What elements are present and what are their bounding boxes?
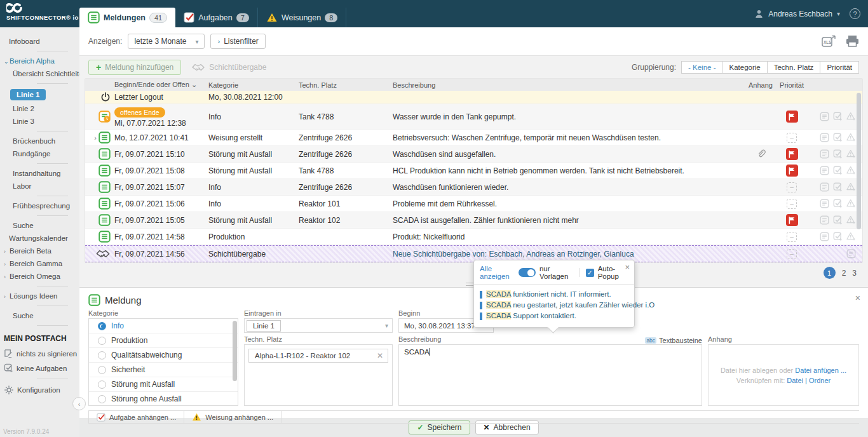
beschreibung-textarea[interactable]: SCADA (398, 344, 702, 406)
sidebar-item-label: keine Aufgaben (17, 365, 67, 372)
sidebar-item-bersicht-schichtleiter[interactable]: Übersicht Schichtleiter (0, 67, 79, 80)
drop-text: Datei hier ablegen (721, 366, 777, 374)
table-row[interactable]: Fr, 09.07.2021 15:06InfoReaktor 101Probl… (85, 196, 862, 212)
priority-flag-icon[interactable] (786, 214, 798, 226)
schichtuebergabe-button[interactable]: Schichtübergabe (191, 63, 266, 72)
group-by-techn-platz[interactable]: Techn. Platz (768, 61, 821, 74)
priority-flag-icon[interactable] (786, 148, 798, 160)
kategorie-option-sicherheit[interactable]: Sicherheit (89, 363, 238, 377)
row-icon-cell (85, 214, 114, 226)
note-icon (820, 112, 829, 121)
techn-platz-field[interactable]: Alpha-L1-R102 - Reaktor 102 ✕ (248, 349, 388, 363)
tab-weisungen[interactable]: Weisungen8 (258, 8, 346, 27)
table-row[interactable]: ›Mo, 12.07.2021 10:41Weisung erstelltZen… (85, 130, 862, 146)
list-icon (98, 181, 111, 193)
sidebar-group-bereich-alpha[interactable]: ⌄Bereich Alpha (0, 55, 79, 67)
tab-aufgaben[interactable]: Aufgaben7 (175, 8, 258, 27)
user-name[interactable]: Andreas Eschbach (768, 10, 832, 18)
sidebar-collapse-button[interactable]: ‹ (72, 397, 86, 410)
sidebar-item-keine-aufgaben[interactable]: keine Aufgaben (0, 361, 79, 375)
group-by-keine[interactable]: - Keine - (681, 61, 722, 74)
table-row[interactable]: Fr, 09.07.2021 14:58ProduktionProdukt: N… (85, 229, 862, 245)
print-icon[interactable] (846, 36, 859, 47)
table-row[interactable]: Fr, 09.07.2021 15:05Störung mit AusfallR… (85, 212, 862, 229)
sidebar-item-infoboard[interactable]: Infoboard (0, 35, 79, 48)
aufgabe-anhaengen-button[interactable]: Aufgabe anhängen ... (88, 411, 184, 423)
alle-anzeigen-label[interactable]: Alle anzeigen (480, 265, 515, 280)
sidebar-divider (37, 306, 68, 306)
priority-none-icon[interactable]: – (787, 199, 797, 209)
kategorie-scrollbar[interactable] (233, 321, 237, 381)
kategorie-option-info[interactable]: Info (89, 319, 238, 333)
anhang-dropzone[interactable]: Datei hier ablegen oder Datei anfügen ..… (708, 344, 859, 406)
textbausteine-button[interactable]: abc Textbausteine (645, 337, 702, 344)
add-meldung-button[interactable]: + Meldung hinzufügen (88, 60, 181, 75)
form-close-icon[interactable]: × (855, 293, 860, 303)
sidebar-group-l-sungs-ideen[interactable]: ›Lösungs Ideen (0, 290, 79, 302)
priority-flag-icon[interactable] (786, 165, 798, 177)
priority-none-icon[interactable]: – (787, 133, 797, 143)
attach-options-row: Aufgabe anhängen ... Weisung anhängen ..… (88, 410, 859, 424)
kategorie-option-qualit-tsabweichung[interactable]: Qualitätsabweichung (89, 348, 238, 363)
priority-none-icon[interactable]: – (787, 232, 797, 242)
sidebar-item-wartungskalender[interactable]: Wartungskalender (0, 232, 79, 245)
help-icon[interactable]: ? (850, 8, 860, 19)
sidebar-item-linie-3[interactable]: Linie 3 (0, 115, 79, 128)
popup-close-icon[interactable]: × (625, 262, 630, 272)
suggestion-item[interactable]: SCADA Support kontaktiert. (480, 311, 628, 321)
sign-icon (4, 349, 13, 358)
group-by-priorit-t[interactable]: Priorität (820, 61, 859, 74)
sidebar-group-label: Lösungs Ideen (10, 292, 57, 300)
expand-row-icon[interactable]: › (94, 134, 97, 142)
kategorie-option-st-rung-ohne-ausfall[interactable]: Störung ohne Ausfall (89, 392, 238, 406)
table-row[interactable]: Fr, 09.07.2021 15:07InfoZentrifuge 2626W… (85, 179, 862, 196)
verknuepfen-ordner-link[interactable]: Ordner (809, 377, 831, 384)
priority-none-icon[interactable]: – (787, 249, 797, 259)
table-row[interactable]: Fr, 09.07.2021 15:10Störung mit AusfallZ… (85, 146, 862, 163)
vorlagen-toggle[interactable] (519, 268, 536, 277)
tab-label: Weisungen (281, 13, 321, 22)
sidebar-item-fr-hbesprechung[interactable]: Frühbesprechung (0, 199, 79, 212)
tab-meldungen[interactable]: Meldungen41 (79, 8, 175, 27)
priority-none-icon[interactable]: – (787, 182, 797, 192)
sidebar-group-bereich-omega[interactable]: ›Bereich Omega (0, 270, 79, 283)
sidebar-item-rundg-nge[interactable]: Rundgänge (0, 147, 79, 160)
priority-flag-icon[interactable] (786, 111, 798, 123)
table-row[interactable]: offenes EndeMi, 07.07.2021 12:38InfoTank… (85, 104, 862, 130)
row-actions (809, 215, 862, 225)
suggestion-item[interactable]: SCADA funktioniert nicht. IT informiert. (480, 289, 628, 300)
page-3[interactable]: 3 (852, 269, 857, 278)
page-1[interactable]: 1 (824, 267, 836, 279)
group-by-kategorie[interactable]: Kategorie (722, 61, 767, 74)
sidebar-item-suche[interactable]: Suche (0, 219, 79, 232)
sidebar-item-instandhaltung[interactable]: Instandhaltung (0, 167, 79, 180)
xls-export-icon[interactable]: XLS (822, 35, 837, 48)
user-menu-chevron-icon[interactable]: ▾ (837, 10, 840, 17)
sidebar-item-labor[interactable]: Labor (0, 180, 79, 192)
sidebar-item-linie-2[interactable]: Linie 2 (0, 102, 79, 115)
kategorie-option-st-rung-mit-ausfall[interactable]: Störung mit Ausfall (89, 377, 238, 392)
sidebar-item-konfiguration[interactable]: Konfiguration (0, 382, 79, 398)
eintragen-in-combobox[interactable]: Linie 1 ▾ (244, 318, 393, 333)
page-2[interactable]: 2 (842, 269, 846, 278)
clear-icon[interactable]: ✕ (377, 351, 383, 360)
sidebar-item-nichts-zu-signieren[interactable]: nichts zu signieren (0, 346, 79, 361)
zeitraum-select[interactable]: letzte 3 Monate ▾ (128, 34, 205, 49)
table-row[interactable]: Fr, 09.07.2021 15:08Störung mit AusfallT… (85, 163, 862, 179)
sidebar-item-suche[interactable]: Suche (0, 309, 79, 322)
sidebar-group-bereich-beta[interactable]: ›Bereich Beta (0, 245, 79, 257)
eintragen-in-value[interactable]: Linie 1 (247, 320, 281, 332)
kategorie-option-produktion[interactable]: Produktion (89, 333, 238, 348)
sidebar-group-bereich-gamma[interactable]: ›Bereich Gamma (0, 257, 79, 270)
datei-anfuegen-link[interactable]: Datei anfügen ... (795, 366, 846, 374)
sidebar-item-linie-1[interactable]: Linie 1 (10, 89, 46, 100)
table-scrollbar[interactable] (857, 93, 861, 229)
sidebar-item-br-ckenbuch[interactable]: Brückenbuch (0, 135, 79, 147)
verknuepfen-datei-link[interactable]: Datei (787, 377, 803, 384)
column-header-beginn-ende-oder-offen[interactable]: Beginn/Ende oder Offen ⌄ (114, 81, 208, 89)
listenfilter-button[interactable]: › Listenfilter (210, 34, 265, 49)
suggestion-item[interactable]: SCADA neu gestartet, jetzt kaufen Zähler… (480, 300, 628, 311)
gruppierung-options: - Keine -KategorieTechn. PlatzPriorität (681, 61, 859, 74)
auto-popup-checkbox[interactable]: ✓ (586, 269, 594, 277)
weisung-anhaengen-button[interactable]: Weisung anhängen ... (184, 411, 281, 423)
